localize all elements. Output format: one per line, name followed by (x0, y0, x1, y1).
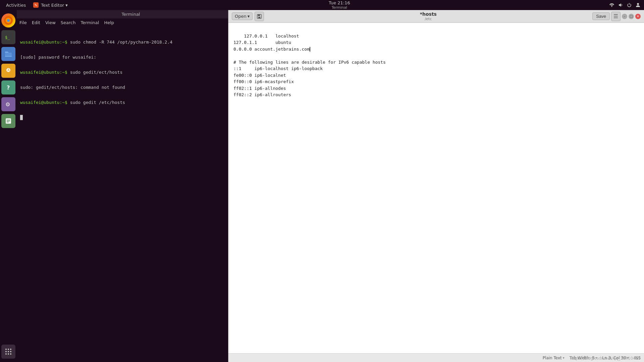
svg-rect-30 (258, 14, 260, 16)
system-topbar: Activities ✎ Text Editor ▾ Tue 21:16 Ter… (0, 0, 644, 10)
terminal-line-4: sudo: gedit/ect/hosts: command not found (20, 85, 241, 90)
terminal-line-2: [sudo] password for wusaifei: (20, 55, 241, 60)
activities-button[interactable]: Activities (3, 3, 29, 8)
open-dropdown-arrow: ▾ (248, 14, 250, 19)
editor-line-7: fe00::0 ip6-localnet (233, 73, 286, 78)
svg-point-22 (10, 349, 11, 350)
terminal-line-1: wusaifei@ubuntu:~$ sudo chmod -R 744 /op… (20, 40, 241, 45)
svg-point-25 (10, 351, 11, 352)
editor-line-8: ff00::0 ip6-mcastprefix (233, 79, 294, 84)
sidebar-item-store[interactable]: A (1, 64, 15, 78)
menu-view[interactable]: View (45, 20, 56, 25)
gedit-titlebar-right: Save ☰ – □ ✕ (592, 12, 641, 21)
gedit-editor[interactable]: 127.0.0.1 localhost 127.0.1.1 ubuntu 0.0… (228, 23, 644, 353)
sidebar-item-tools[interactable]: ⚙ (1, 97, 15, 111)
sidebar: $_ A ? ⚙ (0, 10, 17, 362)
svg-text:⚙: ⚙ (5, 101, 10, 108)
minimize-button[interactable]: – (622, 14, 627, 19)
gedit-filename: *hosts (420, 11, 437, 17)
open-button[interactable]: Open ▾ (232, 12, 253, 20)
topbar-left: Activities ✎ Text Editor ▾ (3, 2, 70, 8)
svg-point-20 (5, 349, 7, 350)
datetime-display: Tue 21:16 (329, 0, 350, 5)
svg-text:?: ? (7, 84, 10, 91)
svg-text:A: A (7, 68, 10, 72)
sidebar-item-firefox[interactable] (1, 13, 15, 27)
editor-line-2: 127.0.1.1 ubuntu (233, 40, 291, 45)
text-editor-dropdown-arrow: ▾ (65, 3, 68, 8)
gedit-title-center: *hosts /etc (420, 11, 437, 21)
svg-point-21 (8, 349, 9, 350)
terminal-header: Terminal (17, 10, 245, 18)
text-editor-label: Text Editor (41, 3, 64, 8)
text-cursor (310, 47, 310, 52)
user-icon[interactable] (635, 2, 641, 8)
editor-line-9: ff02::1 ip6-allnodes (233, 86, 286, 91)
text-editor-menu[interactable]: ✎ Text Editor ▾ (31, 2, 69, 8)
editor-line-3: 0.0.0.0 account.jetbrains.com (233, 47, 310, 52)
save-button[interactable]: Save (592, 12, 610, 20)
terminal-title: Terminal (122, 12, 140, 17)
bottom-url-bar: https://blog.csdn.net/qq_38410428 (17, 355, 644, 362)
sidebar-item-files[interactable] (1, 47, 15, 61)
topbar-right (609, 2, 641, 8)
svg-point-4 (7, 19, 10, 22)
hamburger-menu-button[interactable]: ☰ (611, 12, 621, 21)
sidebar-item-terminal[interactable]: $_ (1, 30, 15, 44)
gedit-filepath: /etc (425, 17, 432, 21)
menu-file[interactable]: File (19, 20, 27, 25)
gedit-window: Open ▾ *hosts /etc Save ☰ – □ ✕ 127.0.0 (228, 10, 644, 362)
svg-point-23 (5, 351, 7, 352)
svg-point-27 (8, 353, 9, 355)
terminal-label: Terminal (332, 5, 347, 10)
menu-help[interactable]: Help (104, 20, 114, 25)
editor-line-6: ::1 ip6-localhost ip6-loopback (233, 66, 323, 71)
editor-line-1: 127.0.0.1 localhost (244, 34, 299, 39)
url-display: https://blog.csdn.net/qq_38410428 (570, 356, 641, 361)
terminal-content[interactable]: wusaifei@ubuntu:~$ sudo chmod -R 744 /op… (17, 27, 245, 362)
open-label: Open (235, 14, 247, 19)
editor-line-10: ff02::2 ip6-allrouters (233, 92, 291, 97)
terminal-line-5: wusaifei@ubuntu:~$ sudo gedit /etc/hosts (20, 100, 241, 105)
menu-search[interactable]: Search (61, 20, 76, 25)
sidebar-item-help[interactable]: ? (1, 80, 15, 95)
svg-point-24 (8, 351, 9, 352)
maximize-button[interactable]: □ (629, 14, 634, 19)
gedit-titlebar-left: Open ▾ (232, 12, 264, 21)
svg-point-28 (10, 353, 11, 355)
topbar-center: Tue 21:16 Terminal (329, 0, 350, 10)
svg-point-1 (637, 3, 639, 5)
close-button[interactable]: ✕ (635, 14, 641, 19)
power-icon[interactable] (627, 2, 632, 8)
sound-icon[interactable] (618, 2, 623, 8)
editor-line-5: # The following lines are desirable for … (233, 60, 386, 65)
save-icon-button[interactable] (255, 12, 264, 21)
show-apps-button[interactable] (1, 345, 15, 359)
text-editor-icon: ✎ (33, 2, 39, 8)
svg-point-26 (5, 353, 7, 355)
gedit-titlebar: Open ▾ *hosts /etc Save ☰ – □ ✕ (228, 10, 644, 23)
sidebar-item-notes[interactable] (1, 114, 15, 128)
svg-point-0 (611, 6, 612, 7)
terminal-line-3: wusaifei@ubuntu:~$ sudo gedit/ect/hosts (20, 70, 241, 75)
terminal-line-6: █ (20, 115, 241, 120)
svg-rect-31 (258, 17, 260, 18)
menu-terminal[interactable]: Terminal (80, 20, 99, 25)
menu-edit[interactable]: Edit (32, 20, 40, 25)
svg-text:$_: $_ (5, 35, 10, 40)
network-icon[interactable] (609, 2, 614, 8)
